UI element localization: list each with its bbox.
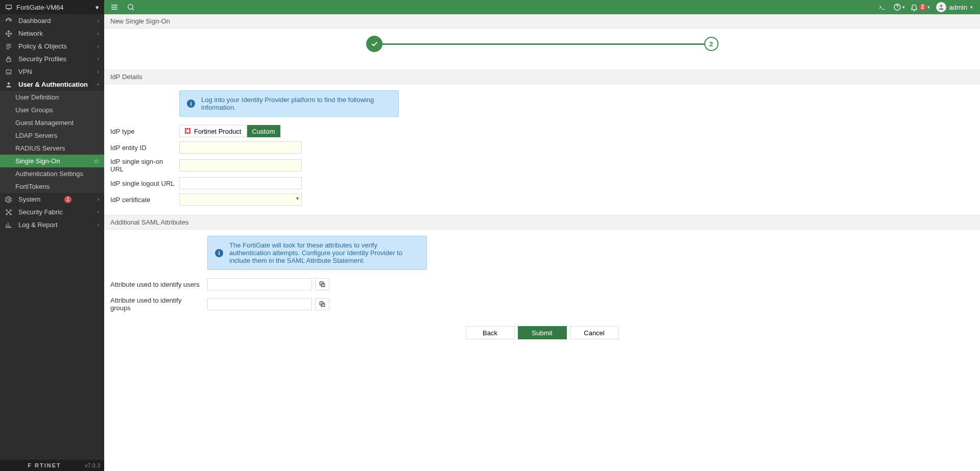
sidebar-item-network[interactable]: Network › bbox=[0, 27, 104, 40]
svg-rect-16 bbox=[185, 130, 186, 132]
sidebar: Dashboard › Network › Policy & Objects ›… bbox=[0, 14, 104, 471]
chevron-right-icon: › bbox=[98, 43, 99, 49]
star-icon[interactable]: ☆ bbox=[93, 158, 99, 165]
user-label: admin bbox=[949, 4, 967, 11]
sidebar-item-single-sign-on[interactable]: Single Sign-On ☆ bbox=[0, 155, 104, 167]
idp-type-custom[interactable]: Custom bbox=[247, 125, 281, 137]
idp-entity-label: IdP entity ID bbox=[110, 144, 179, 152]
sidebar-item-dashboard[interactable]: Dashboard › bbox=[0, 14, 104, 27]
menu-toggle-button[interactable] bbox=[107, 0, 122, 14]
sidebar-item-guest-management[interactable]: Guest Management bbox=[0, 116, 104, 129]
notifications-menu[interactable]: 2 ▾ bbox=[909, 3, 931, 11]
sidebar-item-user-definition[interactable]: User Definition bbox=[0, 91, 104, 104]
cli-console-button[interactable] bbox=[875, 0, 889, 14]
brand-selector[interactable]: FortiGate-VM64 ▾ bbox=[0, 0, 104, 14]
idp-info-text: Log into your Identity Provider platform… bbox=[201, 96, 391, 111]
search-button[interactable] bbox=[124, 0, 138, 14]
sidebar-item-ldap-servers[interactable]: LDAP Servers bbox=[0, 129, 104, 142]
step-line bbox=[383, 43, 704, 45]
sidebar-item-security-profiles[interactable]: Security Profiles › bbox=[0, 53, 104, 65]
topbar: FortiGate-VM64 ▾ ▾ 2 ▾ admin ▾ bbox=[0, 0, 980, 14]
gear-icon bbox=[5, 196, 13, 203]
footer-buttons: Back Submit Cancel bbox=[104, 321, 980, 350]
copy-icon bbox=[319, 301, 326, 308]
info-icon: i bbox=[187, 100, 195, 108]
chevron-right-icon: › bbox=[98, 69, 99, 75]
version-label: v7.0.3 bbox=[85, 462, 100, 468]
idp-type-fortinet[interactable]: Fortinet Product bbox=[179, 125, 247, 137]
page-title: New Single Sign-On bbox=[104, 14, 980, 29]
sidebar-item-authentication-settings[interactable]: Authentication Settings bbox=[0, 167, 104, 180]
sidebar-item-user-auth[interactable]: User & Authentication › bbox=[0, 78, 104, 91]
sidebar-item-log-report[interactable]: Log & Report › bbox=[0, 218, 104, 231]
svg-rect-14 bbox=[187, 128, 188, 130]
sidebar-footer: F RTINET v7.0.3 bbox=[0, 460, 104, 471]
svg-rect-19 bbox=[187, 132, 188, 134]
section-attrs-header: Additional SAML Attributes bbox=[104, 215, 980, 230]
user-menu[interactable]: admin ▾ bbox=[934, 2, 975, 12]
chart-icon bbox=[5, 221, 13, 229]
move-icon bbox=[5, 30, 13, 37]
sidebar-item-policy[interactable]: Policy & Objects › bbox=[0, 40, 104, 53]
caret-down-icon: ▾ bbox=[902, 5, 905, 10]
copy-icon bbox=[319, 281, 326, 288]
fabric-icon bbox=[5, 209, 13, 216]
idp-type-toggle: Fortinet Product Custom bbox=[179, 125, 280, 137]
sidebar-item-fortitokens[interactable]: FortiTokens bbox=[0, 180, 104, 193]
caret-down-icon: ▾ bbox=[95, 4, 99, 11]
sidebar-item-radius-servers[interactable]: RADIUS Servers bbox=[0, 142, 104, 155]
svg-point-8 bbox=[8, 211, 9, 212]
svg-point-11 bbox=[6, 213, 7, 214]
submit-button[interactable]: Submit bbox=[518, 326, 567, 339]
sidebar-item-system[interactable]: System 1 › bbox=[0, 193, 104, 206]
svg-point-10 bbox=[10, 209, 11, 210]
sidebar-item-security-fabric[interactable]: Security Fabric › bbox=[0, 206, 104, 218]
section-idp-header: IdP Details bbox=[104, 69, 980, 84]
sidebar-item-vpn[interactable]: VPN › bbox=[0, 65, 104, 78]
svg-rect-5 bbox=[6, 69, 11, 72]
sidebar-item-user-groups[interactable]: User Groups bbox=[0, 104, 104, 116]
attr-user-copy-button[interactable] bbox=[315, 278, 329, 290]
step-1-done bbox=[366, 36, 383, 52]
chevron-right-icon: › bbox=[98, 56, 99, 62]
svg-rect-20 bbox=[189, 132, 190, 134]
help-menu[interactable]: ▾ bbox=[892, 3, 906, 11]
content: New Single Sign-On 2 IdP Details i Log i… bbox=[104, 14, 980, 471]
attr-group-copy-button[interactable] bbox=[315, 298, 329, 310]
svg-rect-17 bbox=[189, 130, 190, 132]
svg-point-9 bbox=[6, 209, 7, 210]
caret-down-icon: ▾ bbox=[970, 5, 973, 10]
idp-sso-input[interactable] bbox=[179, 159, 302, 171]
attr-group-input[interactable] bbox=[207, 298, 312, 310]
info-icon: i bbox=[215, 249, 223, 257]
idp-type-label: IdP type bbox=[110, 128, 179, 135]
attr-user-input[interactable] bbox=[207, 278, 312, 290]
svg-point-3 bbox=[940, 5, 942, 7]
fortinet-logo: F RTINET bbox=[4, 462, 85, 468]
notifications-badge: 2 bbox=[919, 4, 926, 11]
attr-group-label: Attribute used to identify groups bbox=[110, 296, 207, 312]
back-button[interactable]: Back bbox=[466, 326, 515, 339]
svg-rect-18 bbox=[185, 132, 186, 134]
chevron-right-icon: › bbox=[98, 196, 99, 202]
laptop-icon bbox=[5, 68, 13, 76]
cancel-button[interactable]: Cancel bbox=[570, 326, 619, 339]
step-2: 2 bbox=[704, 37, 719, 51]
chevron-right-icon: › bbox=[98, 31, 99, 36]
fortinet-icon bbox=[185, 128, 191, 134]
idp-cert-label: IdP certificate bbox=[110, 196, 179, 204]
gauge-icon bbox=[5, 17, 13, 24]
chevron-right-icon: › bbox=[98, 18, 99, 23]
svg-rect-13 bbox=[185, 128, 186, 130]
chevron-right-icon: › bbox=[98, 209, 99, 215]
lock-icon bbox=[5, 56, 13, 63]
idp-entity-input[interactable] bbox=[179, 141, 302, 154]
attr-user-label: Attribute used to identify users bbox=[110, 281, 207, 288]
avatar-icon bbox=[936, 2, 946, 12]
caret-down-icon: ▾ bbox=[927, 5, 930, 10]
fortigate-icon bbox=[5, 4, 12, 11]
svg-rect-4 bbox=[7, 59, 11, 61]
idp-cert-select[interactable] bbox=[179, 193, 302, 206]
idp-slo-input[interactable] bbox=[179, 177, 302, 189]
svg-point-6 bbox=[8, 82, 10, 85]
